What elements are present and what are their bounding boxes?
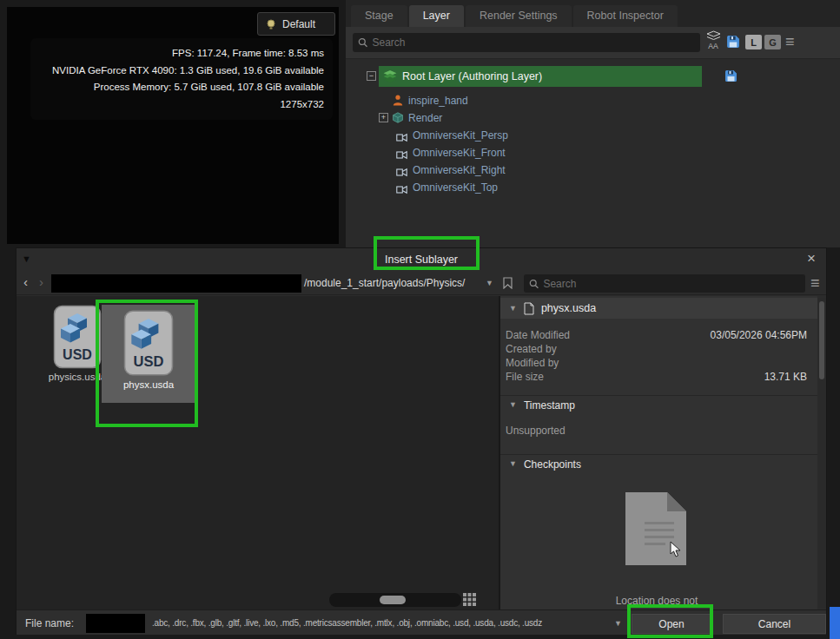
render-expand-toggle[interactable]: + [379,113,388,122]
mouse-cursor-icon [670,541,684,561]
right-panel: Stage Layer Render Settings Robot Inspec… [346,0,840,247]
details-scrollbar[interactable] [817,298,826,608]
default-button-label: Default [282,18,315,30]
layers-filter-button[interactable]: AA [704,30,723,50]
panel-options-menu-icon[interactable]: ≡ [785,34,795,49]
breadcrumb-path[interactable]: /module_1_start/payloads/Physics/ [304,277,465,289]
tab-render-settings[interactable]: Render Settings [466,5,572,27]
robot-icon [393,94,403,109]
dialog-footer: File name: .abc, .drc, .fbx, .glb, .gltf… [17,609,826,635]
tree-item-render[interactable]: Render [408,112,442,124]
view-options-menu-icon[interactable]: ≡ [810,275,820,291]
file-label: physics.usda [49,372,106,382]
grid-view-icon[interactable] [463,593,476,609]
local-toggle-button[interactable]: L [745,35,762,49]
layer-search-input[interactable] [372,36,695,49]
file-label: physx.usda [123,379,174,390]
screen: FPS: 117.24, Frame time: 8.53 ms NVIDIA … [0,0,840,639]
details-header[interactable]: ▼ physx.usda [500,298,817,319]
camera-icon [396,165,407,181]
path-dropdown-caret-icon[interactable]: ▼ [486,280,493,287]
cancel-button[interactable]: Cancel [723,614,826,634]
layers-icon [706,30,721,41]
layer-tree: − Root Layer (Authoring Layer) [346,59,840,247]
back-icon[interactable]: ‹ [23,275,28,288]
slider-handle[interactable] [380,596,406,604]
bookmark-icon[interactable] [503,277,513,293]
tree-item-inspire-hand[interactable]: inspire_hand [408,95,468,107]
checkpoints-section-header[interactable]: ▼ Checkpoints [500,454,817,473]
file-grid[interactable]: USD physics.usda USD phys [17,296,499,609]
insert-sublayer-dialog: ▼ Insert Sublayer × ‹ › /module_1_start/… [16,247,827,635]
dialog-search-input[interactable] [543,278,800,290]
layer-search[interactable] [353,33,700,52]
root-collapse-toggle[interactable]: − [367,71,376,81]
tab-stage[interactable]: Stage [351,5,407,27]
viewport-stats: FPS: 117.24, Frame time: 8.53 ms NVIDIA … [30,38,333,120]
meta-label: File size [506,371,544,383]
scrollbar-thumb[interactable] [819,301,824,379]
dialog-nav-bar: ‹ › /module_1_start/payloads/Physics/ ▼ … [17,272,826,295]
stat-fps: FPS: 117.24, Frame time: 8.53 ms [30,45,324,63]
collapse-caret-icon[interactable]: ▼ [509,401,517,409]
usd-icon-label: USD [63,347,92,362]
timestamp-section-title: Timestamp [524,399,575,412]
usd-file-icon: USD [123,309,174,377]
checkpoints-message: Location does not [552,595,761,607]
path-redacted-segment[interactable] [51,274,301,293]
save-icon [726,35,740,49]
camera-icon [396,148,407,163]
stat-gpu: NVIDIA GeForce RTX 4090: 1.3 GiB used, 1… [30,63,324,80]
global-toggle-button[interactable]: G [764,35,781,49]
camera-icon [396,130,407,146]
save-layer-button[interactable] [724,69,737,86]
file-type-filter[interactable]: .abc, .drc, .fbx, .glb, .gltf, .live, .l… [152,618,611,628]
file-name-label: File name: [25,617,74,629]
viewport[interactable]: FPS: 117.24, Frame time: 8.53 ms NVIDIA … [7,7,339,244]
thumbnail-size-slider[interactable] [329,593,461,607]
layer-toolbar: AA L G ≡ [346,27,840,58]
file-name-input[interactable] [86,614,145,633]
usd-file-icon: USD [53,305,102,369]
stat-resolution: 1275x732 [30,96,324,114]
forward-icon[interactable]: › [39,275,43,288]
save-all-button[interactable] [726,35,740,52]
tree-item-omniversekit-persp[interactable]: OmniverseKit_Persp [413,129,508,142]
file-item-physx[interactable]: USD physx.usda [102,305,195,403]
meta-label: Date Modified [506,329,570,341]
timestamp-section-header[interactable]: ▼ Timestamp [500,395,817,414]
root-layer-icon [383,70,397,82]
meta-value: 13.71 KB [764,371,807,383]
tree-item-omniversekit-right[interactable]: OmniverseKit_Right [413,164,506,176]
dialog-main: USD physics.usda USD phys [17,296,826,609]
tab-robot-inspector[interactable]: Robot Inspector [573,5,678,27]
collapse-caret-icon[interactable]: ▼ [509,305,517,313]
dialog-title: Insert Sublayer [17,248,826,272]
tree-item-omniversekit-top[interactable]: OmniverseKit_Top [413,181,498,194]
lighting-default-button[interactable]: Default [257,12,335,36]
timestamp-content: Unsupported [506,425,566,437]
tab-layer[interactable]: Layer [409,5,464,27]
aa-label: AA [704,42,723,50]
root-layer-row[interactable]: Root Layer (Authoring Layer) [379,66,702,87]
cube-icon [393,111,403,127]
background-window-edge [830,607,840,639]
usd-icon-label: USD [134,353,164,370]
tree-item-omniversekit-front[interactable]: OmniverseKit_Front [413,147,506,159]
root-layer-label: Root Layer (Authoring Layer) [402,70,542,82]
close-icon[interactable]: × [807,251,816,266]
meta-label: Modified by [506,357,559,369]
file-details-panel: ▼ physx.usda Date Modified 03/05/2026 04… [500,296,817,609]
checkpoints-section-title: Checkpoints [524,458,581,471]
save-icon [724,69,737,82]
dialog-search[interactable] [524,274,805,293]
open-button[interactable]: Open [632,614,711,634]
camera-icon [396,182,407,198]
meta-value: 03/05/2026 04:56PM [711,329,807,341]
stat-memory: Process Memory: 5.7 GiB used, 107.8 GiB … [30,79,324,96]
meta-label: Created by [506,343,557,355]
filter-dropdown-caret-icon[interactable]: ▼ [614,620,622,628]
search-icon [358,37,367,48]
collapse-caret-icon[interactable]: ▼ [509,460,517,468]
search-icon [529,279,539,289]
